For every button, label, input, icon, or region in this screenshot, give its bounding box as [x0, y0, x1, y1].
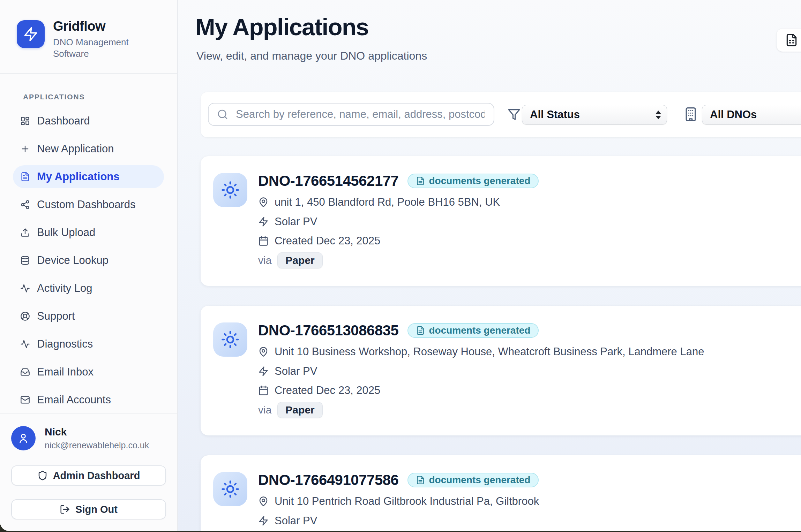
status-filter-select[interactable]: All Status	[522, 105, 667, 124]
dno-filter-select[interactable]: All DNOs	[702, 105, 801, 124]
zap-icon	[23, 26, 38, 42]
sidebar-item-label: Custom Dashboards	[37, 198, 136, 211]
sidebar-item-my-applications[interactable]: My Applications	[0, 163, 177, 191]
main-content: My Applications View, edit, and manage y…	[178, 0, 801, 531]
zap-icon	[258, 516, 269, 526]
brand: Gridflow DNO Management Software	[17, 20, 144, 60]
search-input[interactable]	[208, 103, 494, 126]
divider	[0, 413, 177, 414]
application-reference: DNO-1766513086835	[258, 322, 398, 339]
inbox-icon	[20, 367, 30, 377]
status-badge-label: documents generated	[429, 474, 530, 486]
application-address: Unit 10 Business Workshop, Roseway House…	[275, 345, 704, 358]
sun-icon	[221, 480, 240, 499]
sidebar-item-support[interactable]: Support	[0, 302, 177, 330]
select-spinner-icon	[656, 111, 661, 119]
mail-icon	[20, 395, 30, 405]
sidebar-item-custom-dashboards[interactable]: Custom Dashboards	[0, 191, 177, 219]
search-icon	[217, 109, 228, 120]
sidebar-item-dashboard[interactable]: Dashboard	[0, 107, 177, 135]
shield-icon	[37, 470, 48, 481]
sidebar-item-label: New Application	[37, 143, 114, 155]
calendar-icon	[258, 236, 269, 246]
gridflow-logo	[17, 20, 45, 48]
page-title: My Applications	[195, 13, 368, 40]
sidebar-item-label: Bulk Upload	[37, 226, 95, 239]
sidebar-item-label: Email Inbox	[37, 366, 93, 378]
sidebar-item-email-inbox[interactable]: Email Inbox	[0, 358, 177, 386]
status-badge-label: documents generated	[429, 175, 530, 187]
zap-icon	[258, 366, 269, 377]
sidebar-item-label: Activity Log	[37, 282, 92, 295]
sidebar-item-label: Email Accounts	[37, 394, 111, 406]
application-created: Created Dec 23, 2025	[275, 384, 380, 397]
page-subtitle: View, edit, and manage your DNO applicat…	[196, 50, 427, 62]
file-text-icon	[416, 176, 425, 185]
admin-dashboard-label: Admin Dashboard	[53, 470, 140, 481]
map-pin-icon	[258, 197, 269, 207]
share-icon	[20, 200, 30, 210]
sun-icon	[221, 181, 240, 199]
sidebar-item-label: My Applications	[37, 170, 120, 183]
zap-icon	[258, 216, 269, 227]
application-card[interactable]: DNO-1766491077586 documents generated Un…	[201, 455, 801, 531]
admin-dashboard-button[interactable]: Admin Dashboard	[11, 465, 166, 486]
sidebar-nav: Dashboard New Application My Application…	[0, 107, 177, 414]
file-document-icon	[785, 33, 798, 47]
documents-button[interactable]	[777, 29, 801, 52]
map-pin-icon	[258, 496, 269, 507]
sidebar-item-label: Dashboard	[37, 115, 90, 127]
sign-out-button[interactable]: Sign Out	[11, 499, 166, 519]
sidebar-item-diagnostics[interactable]: Diagnostics	[0, 330, 177, 358]
activity-icon	[20, 283, 30, 293]
file-text-icon	[416, 476, 425, 485]
divider	[0, 73, 177, 74]
sidebar-item-bulk-upload[interactable]: Bulk Upload	[0, 219, 177, 246]
sun-icon	[221, 330, 240, 349]
application-address: unit 1, 450 Blandford Rd, Poole BH16 5BN…	[275, 196, 500, 208]
application-type: Solar PV	[275, 215, 317, 228]
sidebar-item-activity-log[interactable]: Activity Log	[0, 274, 177, 302]
sidebar-item-label: Support	[37, 310, 75, 322]
application-type: Solar PV	[275, 515, 317, 527]
status-badge: documents generated	[407, 323, 539, 338]
layout-dashboard-icon	[20, 116, 30, 126]
file-text-icon	[20, 172, 30, 182]
building-icon	[683, 107, 698, 122]
status-badge: documents generated	[407, 473, 539, 487]
user-email: nick@renewablehelp.co.uk	[45, 440, 149, 450]
application-reference: DNO-1766514562177	[258, 173, 398, 189]
life-buoy-icon	[20, 311, 30, 321]
channel-chip: Paper	[277, 252, 322, 268]
file-text-icon	[416, 326, 425, 335]
database-icon	[20, 256, 30, 265]
application-card[interactable]: DNO-1766513086835 documents generated Un…	[201, 306, 801, 435]
user-name: Nick	[45, 426, 149, 438]
user-icon	[17, 432, 30, 444]
application-created: Created Dec 23, 2025	[275, 235, 380, 247]
app-window: Gridflow DNO Management Software APPLICA…	[0, 0, 801, 531]
activity-icon	[20, 339, 30, 349]
application-card[interactable]: DNO-1766514562177 documents generated un…	[201, 156, 801, 286]
sidebar-item-label: Device Lookup	[37, 254, 108, 267]
sidebar-item-email-accounts[interactable]: Email Accounts	[0, 386, 177, 414]
sidebar-item-device-lookup[interactable]: Device Lookup	[0, 246, 177, 274]
brand-tagline: DNO Management Software	[53, 37, 144, 60]
filter-panel: All Status All DNOs	[201, 92, 801, 137]
avatar	[11, 426, 36, 450]
application-type: Solar PV	[275, 365, 317, 378]
nav-section-label: APPLICATIONS	[23, 93, 85, 101]
status-badge: documents generated	[407, 174, 539, 188]
via-label: via	[258, 254, 271, 266]
sidebar-item-label: Diagnostics	[37, 338, 93, 350]
map-pin-icon	[258, 347, 269, 357]
application-type-tile	[213, 322, 247, 357]
upload-icon	[20, 228, 30, 237]
application-type-tile	[213, 472, 247, 506]
log-out-icon	[60, 504, 70, 515]
filter-funnel-icon	[508, 108, 521, 121]
application-address: Unit 10 Pentrich Road Giltbrook Industri…	[275, 495, 539, 508]
sign-out-label: Sign Out	[75, 504, 118, 515]
status-filter-value: All Status	[530, 108, 580, 121]
sidebar-item-new-application[interactable]: New Application	[0, 135, 177, 163]
